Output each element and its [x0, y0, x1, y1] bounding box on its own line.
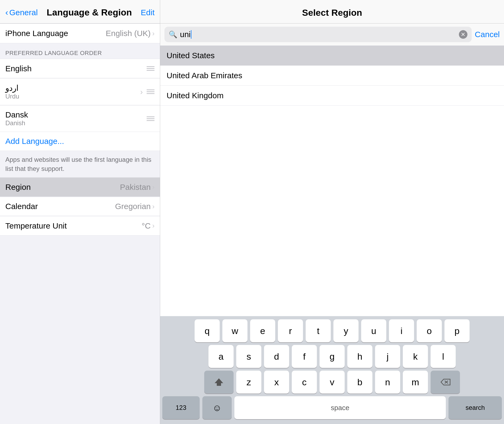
language-name: English — [5, 64, 32, 73]
result-item-united-states[interactable]: United States — [160, 46, 504, 66]
select-region-title: Select Region — [302, 7, 362, 18]
region-row[interactable]: Region Pakistan › — [0, 178, 160, 197]
key-y[interactable]: y — [333, 319, 359, 342]
language-item-english[interactable]: English — [0, 59, 160, 78]
key-i[interactable]: i — [389, 319, 414, 342]
key-q[interactable]: q — [195, 319, 220, 342]
iphone-language-label: iPhone Language — [5, 29, 68, 38]
keyboard-row-1: q w e r t y u i o p — [162, 319, 502, 342]
text-cursor — [191, 30, 191, 39]
region-value: Pakistan › — [120, 183, 155, 192]
key-x[interactable]: x — [264, 371, 289, 394]
return-key[interactable]: search — [448, 396, 502, 419]
key-v[interactable]: v — [320, 371, 345, 394]
search-input[interactable]: uni — [180, 30, 456, 39]
drag-handle[interactable] — [147, 116, 155, 121]
key-u[interactable]: u — [361, 319, 386, 342]
search-field[interactable]: 🔍 uni — [164, 27, 472, 42]
key-l[interactable]: l — [431, 345, 456, 368]
key-n[interactable]: n — [375, 371, 400, 394]
key-d[interactable]: d — [264, 345, 289, 368]
space-key[interactable]: space — [234, 396, 446, 419]
edit-button[interactable]: Edit — [141, 8, 155, 17]
result-name: United Kingdom — [167, 91, 223, 100]
key-k[interactable]: k — [403, 345, 428, 368]
info-text: Apps and websites will use the first lan… — [5, 156, 151, 172]
key-f[interactable]: f — [292, 345, 317, 368]
keyboard-row-4: 123 ☺ space search — [162, 396, 502, 419]
result-item-uae[interactable]: United Arab Emirates — [160, 66, 504, 86]
keyboard-row-3: z x c v b n m — [162, 371, 502, 394]
shift-key[interactable] — [204, 371, 234, 394]
language-name: Dansk — [5, 110, 28, 119]
temperature-label: Temperature Unit — [5, 221, 67, 230]
cancel-button[interactable]: Cancel — [475, 30, 500, 39]
key-a[interactable]: a — [208, 345, 234, 368]
left-panel: ‹ General Language & Region Edit iPhone … — [0, 0, 160, 424]
search-value: uni — [180, 30, 191, 39]
chevron-right-icon: › — [152, 202, 155, 211]
result-item-uk[interactable]: United Kingdom — [160, 86, 504, 106]
keyboard-row-2: a s d f g h j k l — [162, 345, 502, 368]
calendar-row[interactable]: Calendar Gregorian › — [0, 197, 160, 216]
key-h[interactable]: h — [347, 345, 372, 368]
chevron-right-icon: › — [152, 29, 155, 38]
chevron-right-icon: › — [152, 222, 155, 230]
search-icon: 🔍 — [169, 30, 177, 39]
backspace-key[interactable] — [431, 371, 460, 394]
key-o[interactable]: o — [417, 319, 442, 342]
language-native-name: Danish — [5, 119, 28, 127]
key-b[interactable]: b — [347, 371, 372, 394]
language-item-urdu[interactable]: اردو Urdu › — [0, 78, 160, 105]
temperature-value: °C › — [142, 221, 155, 230]
section-header: PREFERRED LANGUAGE ORDER — [0, 43, 160, 59]
back-label[interactable]: General — [9, 8, 38, 17]
language-native-name: اردو — [5, 83, 19, 93]
temperature-row[interactable]: Temperature Unit °C › — [0, 216, 160, 235]
calendar-value: Gregorian › — [115, 202, 155, 211]
right-panel: Select Region 🔍 uni Cancel United States… — [160, 0, 504, 424]
language-item-dansk[interactable]: Dansk Danish — [0, 105, 160, 132]
key-r[interactable]: r — [278, 319, 303, 342]
emoji-key[interactable]: ☺ — [202, 396, 232, 419]
key-e[interactable]: e — [250, 319, 275, 342]
select-region-header: Select Region — [160, 0, 504, 23]
back-button[interactable]: ‹ General — [5, 7, 38, 17]
language-english-name: Urdu — [5, 93, 19, 100]
page-title: Language & Region — [47, 7, 132, 18]
chevron-right-icon: › — [152, 183, 155, 191]
key-s[interactable]: s — [236, 345, 261, 368]
iphone-language-value: English (UK) › — [106, 29, 155, 38]
nav-bar: ‹ General Language & Region Edit — [0, 0, 160, 23]
region-label: Region — [5, 183, 31, 192]
key-g[interactable]: g — [320, 345, 345, 368]
numbers-key[interactable]: 123 — [162, 396, 200, 419]
key-j[interactable]: j — [375, 345, 400, 368]
chevron-right-icon: › — [140, 87, 143, 96]
result-name: United Arab Emirates — [167, 71, 242, 80]
clear-search-button[interactable] — [459, 30, 467, 39]
calendar-label: Calendar — [5, 202, 38, 211]
iphone-language-row[interactable]: iPhone Language English (UK) › — [0, 24, 160, 43]
key-p[interactable]: p — [444, 319, 470, 342]
key-c[interactable]: c — [292, 371, 317, 394]
drag-handle[interactable] — [147, 89, 155, 94]
add-language-button[interactable]: Add Language... — [0, 132, 160, 151]
key-z[interactable]: z — [236, 371, 261, 394]
keyboard: q w e r t y u i o p a s d f g h j k l — [160, 316, 504, 424]
chevron-left-icon: ‹ — [5, 7, 8, 17]
results-list: United States United Arab Emirates Unite… — [160, 46, 504, 316]
result-name: United States — [167, 51, 215, 60]
drag-handle[interactable] — [147, 66, 155, 71]
key-w[interactable]: w — [222, 319, 247, 342]
key-t[interactable]: t — [306, 319, 331, 342]
key-m[interactable]: m — [403, 371, 428, 394]
search-bar-row: 🔍 uni Cancel — [160, 23, 504, 46]
svg-marker-0 — [215, 378, 223, 386]
info-text-box: Apps and websites will use the first lan… — [0, 151, 160, 177]
